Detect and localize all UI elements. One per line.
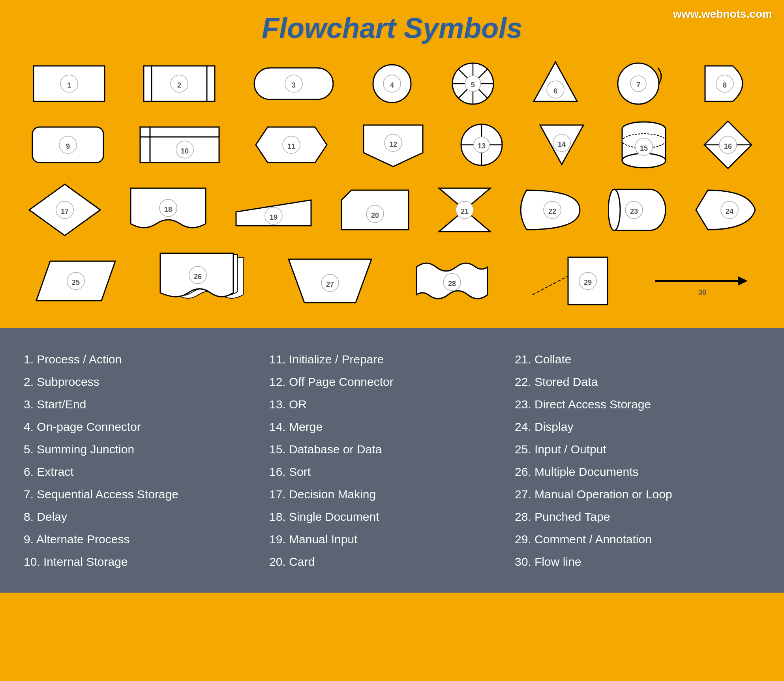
svg-point-84 [608,189,620,230]
legend-item: 15. Database or Data [269,438,503,460]
svg-text:5: 5 [471,81,475,89]
svg-marker-104 [738,276,748,286]
legend-item: 11. Initialize / Prepare [269,348,503,370]
svg-text:18: 18 [164,206,172,213]
svg-text:4: 4 [390,81,394,89]
symbols-row-4: 25 26 27 [16,249,768,312]
symbol-26: 26 [158,249,245,312]
svg-line-99 [533,275,570,295]
legend-item: 12. Off Page Connector [269,370,503,393]
symbol-30: 30 [651,261,750,301]
svg-text:11: 11 [287,142,295,150]
symbol-21: 21 [437,184,492,236]
symbol-18: 18 [129,184,208,236]
symbol-6: 6 [532,60,579,107]
svg-text:22: 22 [548,208,556,215]
svg-text:30: 30 [698,288,706,296]
symbol-20: 20 [339,186,411,234]
svg-text:7: 7 [636,81,640,89]
legend-item: 10. Internal Storage [24,550,257,573]
symbols-row-1: 1 2 3 [16,60,768,107]
svg-text:19: 19 [269,213,277,221]
legend-item: 28. Punched Tape [515,505,748,528]
symbol-7: 7 [615,60,666,107]
legend-col-3: 21. Collate22. Stored Data23. Direct Acc… [515,348,760,573]
symbol-8: 8 [701,62,752,105]
svg-text:16: 16 [724,142,732,150]
legend-item: 14. Merge [269,415,503,438]
symbol-1: 1 [32,62,107,105]
symbol-16: 16 [702,119,754,170]
symbol-13: 13 [458,121,505,168]
symbol-29: 29 [531,255,610,307]
legend-item: 20. Card [269,550,503,573]
svg-text:1: 1 [67,81,71,89]
legend-item: 1. Process / Action [24,348,257,370]
symbol-15: 15 [618,119,670,170]
symbol-25: 25 [34,257,117,305]
svg-text:23: 23 [630,208,638,215]
legend-item: 29. Comment / Annotation [515,528,748,550]
symbol-23: 23 [608,186,668,234]
legend-item: 21. Collate [515,348,748,370]
symbol-19: 19 [234,186,313,234]
legend-item: 9. Alternate Process [24,528,257,550]
svg-text:12: 12 [389,140,397,148]
symbol-4: 4 [370,62,414,105]
svg-text:2: 2 [177,81,181,89]
legend-item: 13. OR [269,393,503,415]
svg-text:21: 21 [460,208,468,215]
symbol-2: 2 [142,62,217,105]
symbols-row-3: 17 18 19 [16,182,768,238]
svg-text:26: 26 [194,273,202,281]
legend-item: 23. Direct Access Storage [515,393,748,415]
symbol-3: 3 [252,62,335,105]
svg-text:27: 27 [326,281,334,288]
svg-text:29: 29 [584,279,592,286]
legend-col-2: 11. Initialize / Prepare12. Off Page Con… [269,348,515,573]
legend-item: 6. Extract [24,460,257,483]
svg-text:24: 24 [725,208,733,215]
symbol-22: 22 [519,186,582,234]
svg-text:15: 15 [640,144,648,152]
svg-text:14: 14 [558,140,566,148]
symbols-row-2: 9 10 11 [16,119,768,170]
top-section: www.webnots.com Flowchart Symbols 1 [0,0,784,328]
symbol-11: 11 [254,123,329,167]
svg-text:13: 13 [478,142,486,150]
svg-text:8: 8 [723,81,727,89]
legend-item: 2. Subprocess [24,370,257,393]
legend-item: 3. Start/End [24,393,257,415]
legend-item: 4. On-page Connector [24,415,257,438]
legend-item: 16. Sort [269,460,503,483]
legend-item: 17. Decision Making [269,483,503,505]
symbol-28: 28 [415,255,490,307]
main-title: Flowchart Symbols [16,12,768,44]
legend-item: 27. Manual Operation or Loop [515,483,748,505]
symbol-17: 17 [27,182,102,238]
website-url: www.webnots.com [673,8,772,21]
legend-item: 7. Sequential Access Storage [24,483,257,505]
svg-text:3: 3 [292,81,296,89]
legend-item: 24. Display [515,415,748,438]
svg-text:25: 25 [72,279,80,286]
legend-item: 26. Multiple Documents [515,460,748,483]
legend-item: 8. Delay [24,505,257,528]
symbol-27: 27 [287,255,373,307]
legend-item: 22. Stored Data [515,370,748,393]
symbol-10: 10 [138,123,221,167]
legend-item: 25. Input / Output [515,438,748,460]
legend-item: 5. Summing Junction [24,438,257,460]
legend-item: 19. Manual Input [269,528,503,550]
legend-item: 18. Single Document [269,505,503,528]
symbol-12: 12 [362,121,425,168]
symbol-24: 24 [694,186,757,234]
svg-text:10: 10 [181,147,189,155]
symbol-14: 14 [538,121,585,168]
legend-col-1: 1. Process / Action2. Subprocess3. Start… [24,348,269,573]
svg-text:6: 6 [553,87,557,95]
svg-text:28: 28 [448,280,456,288]
legend-item: 30. Flow line [515,550,748,573]
symbol-5: 5 [449,60,497,107]
symbols-grid: 1 2 3 [16,60,768,312]
